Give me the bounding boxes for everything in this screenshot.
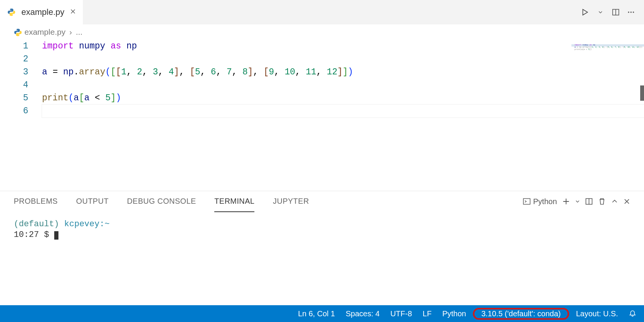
editor-area: 123456 import numpy as np a = np.array([…	[0, 40, 644, 191]
tab-terminal[interactable]: TERMINAL	[214, 191, 254, 212]
split-terminal-button[interactable]	[585, 198, 593, 205]
scroll-indicator	[640, 85, 644, 101]
line-number-gutter: 123456	[0, 40, 42, 191]
python-file-icon	[7, 8, 16, 17]
editor-tab[interactable]: example.py	[0, 0, 83, 24]
minimap[interactable]: import numpy as np a = np.array([[1, 2, …	[571, 40, 644, 191]
status-indentation[interactable]: Spaces: 4	[346, 309, 380, 318]
new-terminal-dropdown-icon[interactable]	[575, 199, 580, 204]
panel-actions: Python	[523, 197, 630, 206]
python-file-icon	[14, 28, 21, 36]
terminal-userhost: kcpevey:~	[64, 219, 110, 229]
close-panel-button[interactable]	[623, 198, 630, 205]
terminal-cursor	[54, 231, 58, 240]
svg-point-4	[633, 11, 634, 13]
tab-filename: example.py	[21, 7, 65, 17]
tab-bar: example.py	[0, 0, 644, 24]
status-keyboard-layout[interactable]: Layout: U.S.	[576, 309, 618, 318]
breadcrumb[interactable]: example.py › ...	[0, 24, 644, 40]
svg-point-3	[630, 11, 632, 13]
status-cursor-position[interactable]: Ln 6, Col 1	[298, 309, 335, 318]
breadcrumb-symbol[interactable]: ...	[76, 27, 83, 37]
tab-output[interactable]: OUTPUT	[76, 191, 108, 212]
breadcrumb-file-label: example.py	[24, 27, 65, 37]
split-editor-button[interactable]	[610, 7, 621, 18]
maximize-panel-button[interactable]	[611, 198, 618, 205]
overview-ruler[interactable]	[639, 40, 644, 191]
new-terminal-button[interactable]	[562, 198, 570, 205]
terminal-content[interactable]: (default) kcpevey:~ 10:27 $	[0, 212, 644, 305]
svg-point-2	[628, 11, 629, 13]
editor-toolbar	[580, 0, 644, 24]
breadcrumb-separator: ›	[69, 27, 72, 37]
code-content[interactable]: import numpy as np a = np.array([[1, 2, …	[42, 40, 644, 191]
tab-jupyter[interactable]: JUPYTER	[273, 191, 309, 212]
kill-terminal-button[interactable]	[598, 198, 606, 205]
terminal-profile-selector[interactable]: Python	[523, 197, 557, 206]
bottom-panel: PROBLEMS OUTPUT DEBUG CONSOLE TERMINAL J…	[0, 191, 644, 305]
terminal-prompt: $	[44, 230, 49, 240]
terminal-time: 10:27	[14, 230, 39, 240]
status-encoding[interactable]: UTF-8	[390, 309, 412, 318]
terminal-icon	[523, 197, 531, 206]
status-python-interpreter[interactable]: 3.10.5 ('default': conda)	[477, 309, 565, 318]
notifications-bell-icon[interactable]	[629, 310, 636, 317]
tab-problems[interactable]: PROBLEMS	[14, 191, 58, 212]
terminal-env: (default)	[14, 219, 59, 229]
tab-debug-console[interactable]: DEBUG CONSOLE	[127, 191, 196, 212]
run-dropdown-icon[interactable]	[595, 7, 606, 18]
terminal-profile-label: Python	[533, 197, 557, 206]
status-eol[interactable]: LF	[423, 309, 432, 318]
more-actions-button[interactable]	[626, 7, 636, 18]
status-interpreter-label: 3.10.5 ('default': conda)	[481, 309, 561, 318]
code-editor[interactable]: 123456 import numpy as np a = np.array([…	[0, 40, 644, 191]
run-file-button[interactable]	[580, 7, 591, 18]
panel-tab-bar: PROBLEMS OUTPUT DEBUG CONSOLE TERMINAL J…	[0, 191, 644, 212]
breadcrumb-file[interactable]: example.py	[14, 27, 65, 37]
status-bar: Ln 6, Col 1 Spaces: 4 UTF-8 LF Python 3.…	[0, 305, 644, 322]
status-language-mode[interactable]: Python	[442, 309, 466, 318]
close-tab-icon[interactable]	[70, 8, 76, 16]
